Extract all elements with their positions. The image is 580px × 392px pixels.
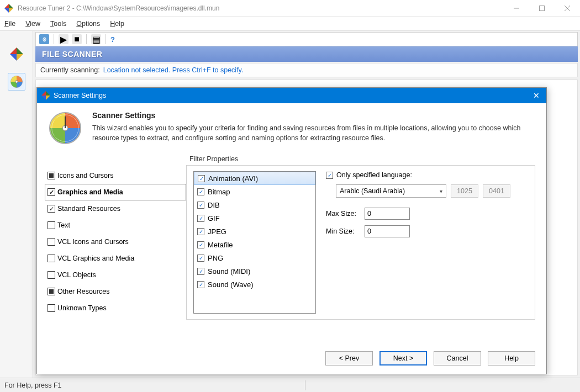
category-checkbox[interactable]: [48, 271, 55, 279]
app-icon: [4, 4, 13, 13]
category-label: Unknown Types: [57, 304, 107, 312]
filter-label: Bitmap: [208, 188, 230, 196]
category-checkbox[interactable]: [48, 288, 55, 295]
toolbar-list-icon[interactable]: ▤: [91, 34, 101, 44]
filter-checkbox[interactable]: [197, 268, 204, 275]
toolbar-separator: [106, 34, 106, 44]
filter-checkbox[interactable]: [197, 202, 204, 209]
filter-properties-panel: Filter Properties Animation (AVI)BitmapD…: [186, 155, 535, 343]
svg-marker-15: [41, 91, 46, 96]
left-sidebar: [0, 31, 33, 378]
category-item[interactable]: Unknown Types: [45, 300, 186, 316]
scan-location-link[interactable]: Location not selected. Press Ctrl+F to s…: [103, 66, 244, 74]
menu-options[interactable]: Options: [76, 20, 100, 28]
filter-row[interactable]: Bitmap: [194, 185, 315, 198]
sidebar-resources-icon[interactable]: [8, 45, 25, 63]
filter-list[interactable]: Animation (AVI)BitmapDIBGIFJPEGMetafileP…: [193, 171, 316, 314]
filter-label: JPEG: [208, 227, 226, 236]
filter-row[interactable]: PNG: [194, 251, 315, 264]
filter-label: Sound (MIDI): [208, 267, 250, 276]
svg-point-13: [15, 81, 18, 83]
category-checkbox[interactable]: [48, 172, 55, 179]
only-language-label: Only specified language:: [336, 171, 412, 179]
category-item[interactable]: Text: [45, 217, 186, 234]
category-item[interactable]: VCL Graphics and Media: [45, 250, 186, 267]
menubar: File View Tools Options Help: [0, 17, 580, 31]
filter-row[interactable]: JPEG: [194, 225, 315, 238]
only-language-checkbox[interactable]: [326, 172, 333, 179]
toolbar-stop-icon[interactable]: ■: [72, 34, 82, 44]
category-checkbox[interactable]: [48, 205, 55, 213]
filter-checkbox[interactable]: [197, 255, 204, 262]
filter-row[interactable]: Sound (MIDI): [194, 264, 315, 278]
category-label: VCL Icons and Cursors: [57, 238, 129, 246]
svg-marker-3: [9, 8, 13, 13]
category-item[interactable]: Icons and Cursors: [45, 167, 186, 184]
filter-label: Animation (AVI): [208, 174, 258, 183]
menu-view[interactable]: View: [25, 20, 40, 28]
toolbar-help-icon[interactable]: ?: [110, 35, 115, 44]
category-item[interactable]: Graphics and Media: [45, 184, 186, 200]
category-item[interactable]: Other Resources: [45, 283, 186, 300]
category-checkbox[interactable]: [48, 188, 55, 196]
category-checkbox[interactable]: [48, 304, 55, 312]
next-button[interactable]: Next >: [379, 351, 427, 365]
filter-row[interactable]: Sound (Wave): [194, 278, 315, 291]
close-button[interactable]: [555, 0, 580, 17]
filter-checkbox[interactable]: [197, 228, 204, 235]
category-item[interactable]: VCL Objects: [45, 267, 186, 283]
filter-row[interactable]: GIF: [194, 211, 315, 225]
filter-row[interactable]: DIB: [194, 198, 315, 211]
dialog-title: Scanner Settings: [54, 92, 531, 99]
filter-checkbox[interactable]: [198, 175, 205, 182]
toolbar: ⚙ ▶ ■ ▤ ?: [35, 32, 578, 46]
filter-checkbox[interactable]: [197, 281, 204, 288]
toolbar-separator: [54, 34, 54, 44]
cancel-button[interactable]: Cancel: [434, 351, 481, 365]
titlebar: Resource Tuner 2 - C:\Windows\SystemReso…: [0, 0, 580, 17]
category-checkbox[interactable]: [48, 255, 55, 262]
category-label: VCL Graphics and Media: [57, 255, 134, 262]
filter-checkbox[interactable]: [197, 215, 204, 222]
dialog-titlebar: Scanner Settings ✕: [37, 88, 546, 103]
toolbar-play-icon[interactable]: ▶: [59, 34, 68, 44]
category-checkbox[interactable]: [48, 238, 55, 246]
section-title: FILE SCANNER: [35, 46, 578, 62]
filter-label: PNG: [208, 254, 223, 262]
filter-row[interactable]: Metafile: [194, 238, 315, 251]
svg-rect-5: [540, 6, 545, 10]
svg-marker-8: [17, 47, 23, 54]
dialog-close-button[interactable]: ✕: [531, 91, 542, 100]
dialog-body: Icons and CursorsGraphics and MediaStand…: [37, 150, 546, 343]
category-item[interactable]: VCL Icons and Cursors: [45, 234, 186, 250]
category-item[interactable]: Standard Resources: [45, 200, 186, 217]
max-size-label: Max Size:: [326, 210, 359, 218]
svg-marker-2: [4, 8, 9, 13]
filter-row[interactable]: Animation (AVI): [194, 172, 315, 185]
max-size-input[interactable]: [365, 208, 410, 220]
svg-marker-17: [46, 96, 50, 100]
filter-checkbox[interactable]: [197, 188, 204, 195]
filter-checkbox[interactable]: [197, 241, 204, 248]
dialog-header: Scanner Settings This wizard enables you…: [37, 103, 546, 150]
min-size-input[interactable]: [365, 225, 410, 237]
maximize-button[interactable]: [529, 0, 555, 17]
category-label: Other Resources: [57, 288, 109, 295]
menu-tools[interactable]: Tools: [50, 20, 66, 28]
scanner-large-icon: [48, 111, 82, 145]
category-label: Standard Resources: [57, 205, 120, 213]
language-code-dec: 1025: [451, 184, 478, 198]
filter-label: GIF: [208, 214, 220, 223]
sidebar-scanner-icon[interactable]: [8, 73, 25, 91]
menu-help[interactable]: Help: [110, 20, 124, 28]
help-button[interactable]: Help: [488, 351, 535, 365]
toolbar-settings-icon[interactable]: ⚙: [39, 34, 49, 44]
minimize-button[interactable]: [504, 0, 529, 17]
statusbar: For Help, press F1: [0, 378, 580, 392]
window-title: Resource Tuner 2 - C:\Windows\SystemReso…: [18, 4, 504, 12]
menu-file[interactable]: File: [4, 20, 15, 28]
prev-button[interactable]: < Prev: [325, 351, 373, 365]
language-combo[interactable]: Arabic (Saudi Arabia): [336, 184, 446, 198]
filter-options: Only specified language: Arabic (Saudi A…: [326, 171, 528, 314]
category-checkbox[interactable]: [48, 221, 55, 229]
